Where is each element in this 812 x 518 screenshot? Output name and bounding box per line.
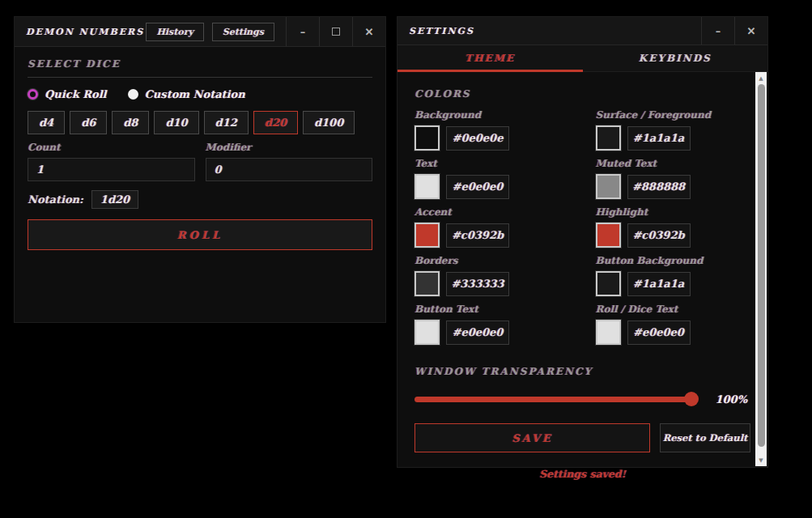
hex-input[interactable]: #e0e0e0 — [446, 175, 509, 199]
select-dice-heading: SELECT DICE — [28, 58, 372, 78]
color-swatch[interactable] — [596, 223, 621, 248]
history-button[interactable]: History — [146, 23, 203, 41]
hex-input[interactable]: #e0e0e0 — [446, 321, 509, 345]
settings-tabs: THEME KEYBINDS — [397, 45, 767, 72]
quick-roll-label: Quick Roll — [45, 88, 107, 100]
hex-input[interactable]: #1a1a1a — [627, 126, 691, 151]
notation-value: 1d20 — [91, 190, 138, 209]
close-button[interactable]: ✕ — [734, 17, 767, 45]
custom-notation-radio[interactable] — [128, 89, 138, 100]
maximize-button[interactable] — [319, 17, 352, 46]
quick-roll-radio[interactable] — [28, 89, 38, 100]
tab-keybinds[interactable]: KEYBINDS — [583, 45, 768, 71]
modifier-label: Modifier — [206, 142, 373, 153]
settings-window: SETTINGS – ✕ THEME KEYBINDS COLORS Backg… — [397, 16, 768, 468]
die-button-d8[interactable]: d8 — [112, 111, 149, 134]
color-field-text: Text #e0e0e0 — [415, 158, 570, 206]
window-title: SETTINGS — [397, 26, 474, 36]
notation-row: Notation: 1d20 — [28, 190, 372, 209]
transparency-slider-row: 100% — [415, 392, 750, 406]
color-field-label: Accent — [415, 206, 570, 218]
dice-buttons: d4 d6 d8 d10 d12 d20 d100 — [28, 111, 372, 134]
color-field-label: Text — [415, 158, 570, 169]
scrollbar[interactable]: ▲ ▼ — [755, 72, 767, 466]
color-field-muted-text: Muted Text #888888 — [596, 158, 751, 206]
color-field-highlight: Highlight #c0392b — [596, 206, 751, 255]
dice-roller-window: DEMON NUMBERS History Settings – ✕ SELEC… — [14, 16, 386, 323]
minimize-icon: – — [716, 25, 721, 37]
color-field-label: Button Background — [596, 255, 751, 266]
custom-notation-option[interactable]: Custom Notation — [128, 88, 245, 100]
settings-button[interactable]: Settings — [212, 23, 274, 41]
color-swatch[interactable] — [415, 125, 440, 151]
color-field-background: Background #0e0e0e — [415, 109, 570, 158]
slider-thumb[interactable] — [684, 392, 699, 406]
reset-to-default-button[interactable]: Reset to Default — [660, 423, 750, 452]
color-field-label: Muted Text — [596, 158, 751, 169]
custom-notation-label: Custom Notation — [145, 88, 245, 100]
roll-mode-options: Quick Roll Custom Notation — [28, 88, 372, 100]
color-field-surface: Surface / Foreground #1a1a1a — [596, 109, 751, 158]
color-field-label: Surface / Foreground — [596, 109, 751, 121]
color-swatch[interactable] — [415, 271, 440, 296]
color-swatch[interactable] — [596, 125, 621, 151]
color-field-label: Background — [415, 109, 570, 121]
minimize-button[interactable]: – — [701, 17, 734, 45]
colors-heading: COLORS — [415, 88, 750, 100]
color-swatch[interactable] — [596, 174, 621, 199]
color-field-roll-dice-text: Roll / Dice Text #e0e0e0 — [596, 304, 751, 352]
hex-input[interactable]: #888888 — [627, 175, 691, 199]
scroll-up-icon[interactable]: ▲ — [755, 73, 767, 83]
quick-roll-option[interactable]: Quick Roll — [28, 88, 107, 100]
settings-titlebar: SETTINGS – ✕ — [397, 17, 767, 45]
save-button[interactable]: SAVE — [415, 423, 650, 452]
titlebar-spacer — [474, 17, 701, 45]
scrollbar-thumb[interactable] — [758, 84, 765, 447]
slider-track — [415, 397, 692, 402]
count-label: Count — [28, 142, 195, 153]
die-button-d20[interactable]: d20 — [253, 111, 298, 134]
modifier-input[interactable]: 0 — [206, 158, 373, 181]
hex-input[interactable]: #0e0e0e — [446, 126, 509, 151]
hex-input[interactable]: #333333 — [446, 272, 509, 296]
roll-button[interactable]: ROLL — [28, 219, 372, 250]
minimize-button[interactable]: – — [286, 17, 319, 46]
color-field-button-background: Button Background #1a1a1a — [596, 255, 751, 304]
color-field-button-text: Button Text #e0e0e0 — [415, 304, 570, 352]
color-field-label: Roll / Dice Text — [596, 304, 751, 315]
tab-theme[interactable]: THEME — [397, 45, 583, 71]
theme-tab-content: COLORS Background #0e0e0e Surface / Fore… — [397, 88, 767, 483]
close-button[interactable]: ✕ — [352, 17, 385, 46]
color-field-borders: Borders #333333 — [415, 255, 570, 304]
transparency-slider[interactable] — [415, 392, 695, 406]
die-button-d100[interactable]: d100 — [303, 111, 355, 134]
color-fields-grid: Background #0e0e0e Surface / Foreground … — [415, 109, 750, 352]
die-button-d6[interactable]: d6 — [70, 111, 107, 134]
minimize-icon: – — [300, 26, 306, 38]
maximize-icon — [332, 28, 340, 36]
color-swatch[interactable] — [596, 271, 621, 296]
notation-label: Notation: — [28, 193, 83, 206]
close-icon: ✕ — [747, 25, 756, 37]
color-field-accent: Accent #c0392b — [415, 206, 570, 255]
dice-body: SELECT DICE Quick Roll Custom Notation d… — [15, 47, 385, 250]
hex-input[interactable]: #c0392b — [627, 223, 691, 248]
die-button-d10[interactable]: d10 — [154, 111, 198, 134]
color-swatch[interactable] — [415, 174, 440, 199]
scroll-down-icon[interactable]: ▼ — [755, 455, 767, 465]
color-swatch[interactable] — [596, 320, 621, 345]
window-title: DEMON NUMBERS — [15, 27, 144, 37]
count-input[interactable]: 1 — [28, 158, 195, 181]
color-field-label: Highlight — [596, 206, 751, 218]
die-button-d4[interactable]: d4 — [28, 111, 65, 134]
color-field-label: Button Text — [415, 304, 570, 315]
hex-input[interactable]: #c0392b — [446, 223, 509, 248]
hex-input[interactable]: #1a1a1a — [627, 272, 691, 296]
hex-input[interactable]: #e0e0e0 — [627, 321, 691, 345]
color-swatch[interactable] — [415, 223, 440, 248]
die-button-d12[interactable]: d12 — [204, 111, 249, 134]
settings-saved-message: Settings saved! — [415, 468, 750, 480]
color-field-label: Borders — [415, 255, 570, 266]
color-swatch[interactable] — [415, 320, 440, 345]
transparency-heading: WINDOW TRANSPARENCY — [415, 366, 750, 377]
